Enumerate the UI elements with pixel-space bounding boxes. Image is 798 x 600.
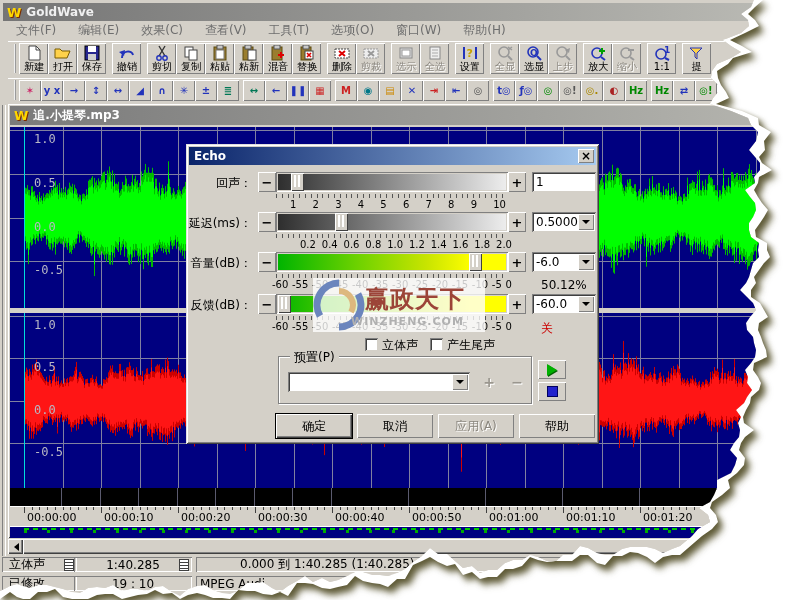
document-title-bar[interactable]: W 追.小提琴.mp3 (10, 106, 794, 125)
menu-item-6[interactable]: 窗口(W) (385, 21, 452, 40)
dropdown-icon[interactable] (578, 214, 594, 230)
toolbar-button-copy[interactable]: 复制 (176, 43, 205, 74)
dropdown-icon[interactable] (578, 296, 594, 312)
toolbar-button-paste-new[interactable]: 粘新 (234, 43, 263, 74)
stop-button[interactable] (538, 382, 566, 401)
slider-1[interactable]: −+ (258, 212, 526, 232)
dialog-title-bar[interactable]: Echo × (189, 147, 596, 165)
slider-0[interactable]: −+ (258, 172, 526, 192)
play-button[interactable] (538, 360, 566, 379)
close-icon[interactable]: × (578, 149, 594, 163)
slider-plus-button[interactable]: + (508, 212, 526, 232)
effects-toolbar-balance-icon[interactable]: ◐ (603, 80, 625, 101)
scrollbar-thumb[interactable] (23, 539, 749, 554)
slider-track[interactable] (276, 252, 508, 272)
effects-toolbar-flange-icon[interactable]: ƒ◎ (515, 80, 537, 101)
toolbar-button-trim[interactable]: 剪裁 (356, 43, 385, 74)
effects-toolbar-noise-reduction-icon[interactable]: ▦ (309, 80, 331, 101)
slider-plus-button[interactable]: + (508, 172, 526, 192)
effects-toolbar-hz-play-icon[interactable]: Hz (625, 80, 647, 101)
value-field-0[interactable]: 1 (532, 172, 596, 192)
scroll-left-button[interactable] (8, 539, 23, 554)
menu-item-2[interactable]: 效果(C) (130, 21, 194, 40)
effects-toolbar-knob-icon[interactable]: ◎ (467, 80, 489, 101)
slider-plus-button[interactable]: + (508, 294, 526, 314)
effects-toolbar-doppler-icon[interactable]: ✶ (19, 80, 41, 101)
toolbar-button-select-all[interactable]: 全选 (420, 43, 449, 74)
menu-item-3[interactable]: 查看(V) (194, 21, 258, 40)
toolbar-button-zoom-previous[interactable]: 上步 (548, 43, 577, 74)
dialog-button-2[interactable]: 应用(A) (438, 414, 514, 438)
toolbar-button-zoom-all[interactable]: 全显 (490, 43, 519, 74)
slider-thumb[interactable] (335, 213, 348, 231)
effects-toolbar-volume-eq-icon[interactable]: ◎! (695, 80, 717, 101)
effects-toolbar-torn-icon[interactable]: ✂ (717, 80, 739, 101)
toolbar-button-replace[interactable]: 替换 (292, 43, 321, 74)
effects-toolbar-interpolate-icon[interactable]: M (335, 80, 357, 101)
effects-toolbar-stretch-icon[interactable]: ↔ (243, 80, 265, 101)
preset-add-button[interactable]: + (478, 372, 500, 392)
effects-toolbar-hz-wave-icon[interactable]: Hz (651, 80, 673, 101)
slider-track[interactable] (276, 172, 508, 192)
time-ruler[interactable]: 00:00:0000:00:1000:00:2000:00:3000:00:40… (10, 506, 794, 524)
effects-toolbar-tools-icon[interactable]: ✕ (401, 80, 423, 101)
value-field-2[interactable]: -6.0 (532, 252, 596, 272)
menu-item-1[interactable]: 编辑(E) (67, 21, 130, 40)
toolbar-button-delete[interactable]: 删除 (327, 43, 356, 74)
effects-toolbar-ramp-icon[interactable]: ◢ (129, 80, 151, 101)
effects-toolbar-time-warp-icon[interactable]: t◎ (493, 80, 515, 101)
slider-minus-button[interactable]: − (258, 294, 276, 314)
slider-minus-button[interactable]: − (258, 172, 276, 192)
toolbar-button-mix[interactable]: 混音 (263, 43, 292, 74)
dialog-button-1[interactable]: 取消 (357, 414, 433, 438)
toolbar-button-zoom-out[interactable]: 缩小 (612, 43, 641, 74)
toolbar-button-paste[interactable]: 粘贴 (205, 43, 234, 74)
toolbar-button-undo[interactable]: 撤销 (112, 43, 141, 74)
overview-strip[interactable] (10, 526, 794, 538)
slider-plus-button[interactable]: + (508, 252, 526, 272)
dialog-button-3[interactable]: 帮助 (519, 414, 595, 438)
value-field-3[interactable]: -60.0 (532, 294, 596, 314)
toolbar-button-save[interactable]: 保存 (77, 43, 106, 74)
preset-dropdown-icon[interactable] (452, 374, 468, 390)
slider-minus-button[interactable]: − (258, 252, 276, 272)
effects-toolbar-resample-icon[interactable]: ⇄ (673, 80, 695, 101)
toolbar-button-zoom-1-1[interactable]: 11:1 (647, 43, 676, 74)
menu-item-4[interactable]: 工具(T) (258, 21, 321, 40)
toolbar-button-zoom-in[interactable]: 放大 (583, 43, 612, 74)
effects-toolbar-offset-dc-icon[interactable]: ± (195, 80, 217, 101)
menu-item-7[interactable]: 帮助(H) (452, 21, 516, 40)
slider-minus-button[interactable]: − (258, 212, 276, 232)
checkbox-0[interactable] (365, 338, 378, 351)
toolbar-button-set-selection[interactable]: ?设置 (455, 43, 484, 74)
effects-toolbar-remove-silence-icon[interactable]: ⇥ (423, 80, 445, 101)
toolbar-button-open-folder[interactable]: 打开 (48, 43, 77, 74)
value-field-1[interactable]: 0.5000 (532, 212, 596, 232)
horizontal-scrollbar[interactable] (8, 539, 790, 554)
menu-item-0[interactable]: 文件(F) (5, 21, 67, 40)
effects-toolbar-invert-icon[interactable]: ∩ (151, 80, 173, 101)
slider-2[interactable]: −+ (258, 252, 526, 272)
slider-track[interactable] (276, 212, 508, 232)
effects-toolbar-undo-arrow-icon[interactable]: ← (265, 80, 287, 101)
effects-toolbar-max-volume-icon[interactable]: ◎! (559, 80, 581, 101)
effects-toolbar-trim-silence-icon[interactable]: ⇤ (445, 80, 467, 101)
preset-remove-button[interactable]: − (506, 372, 528, 392)
checkbox-1[interactable] (430, 338, 443, 351)
toolbar-button-zoom-selection[interactable]: Q选显 (519, 43, 548, 74)
slider-thumb[interactable] (291, 173, 304, 191)
effects-toolbar-match-volume-icon[interactable]: ◎. (581, 80, 603, 101)
menu-item-5[interactable]: 选项(O) (320, 21, 385, 40)
toolbar-button-new-file[interactable]: 新建 (19, 43, 48, 74)
effects-toolbar-stereo-icon[interactable]: ◉ (357, 80, 379, 101)
effects-toolbar-mechanize-icon[interactable]: ✳ (173, 80, 195, 101)
preset-combobox[interactable] (288, 372, 470, 392)
effects-toolbar-equalizer-icon[interactable]: ≣ (217, 80, 239, 101)
toolbar-button-preset[interactable]: 提 (682, 43, 711, 74)
effects-toolbar-volume-shape-icon[interactable]: ◎ (537, 80, 559, 101)
slider-thumb[interactable] (469, 253, 482, 271)
main-title-bar[interactable]: W GoldWave (3, 3, 795, 21)
scroll-right-button[interactable] (753, 539, 768, 554)
effects-toolbar-offset-icon[interactable]: → (63, 80, 85, 101)
effects-toolbar-eq-bars-icon[interactable]: ❚❚ (287, 80, 309, 101)
